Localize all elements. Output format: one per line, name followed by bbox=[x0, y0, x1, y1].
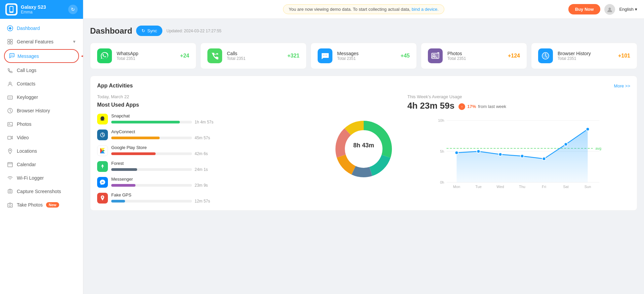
sidebar-item-calendar[interactable]: Calendar bbox=[0, 158, 83, 171]
svg-rect-19 bbox=[8, 136, 11, 139]
fakegps-duration: 12m 57s bbox=[195, 199, 210, 204]
browser-stat-name: Browser History bbox=[558, 51, 613, 56]
sidebar-nav: Dashboard General Features ▼ bbox=[0, 19, 83, 294]
stat-card-browser[interactable]: Browser History Total 2351 +101 bbox=[531, 43, 637, 69]
messenger-details: Messenger 23m 9s bbox=[111, 177, 320, 188]
anyconnect-details: AnyConnect 45m 57s bbox=[111, 129, 320, 140]
svg-text:avg: avg bbox=[596, 146, 602, 150]
topbar-right: Buy Now English ▾ bbox=[568, 4, 637, 15]
weekly-change-pct: 17% bbox=[467, 104, 476, 109]
weekly-header: This Week's Average Usage 4h 23m 59s ↑ 1… bbox=[407, 94, 630, 112]
svg-point-55 bbox=[564, 143, 568, 146]
playstore-duration: 42m 6s bbox=[195, 151, 208, 156]
sidebar-item-messages[interactable]: Messages bbox=[4, 49, 79, 63]
device-name: Galaxy S23 bbox=[21, 4, 65, 10]
most-used-title: Most Used Apps bbox=[97, 102, 320, 108]
whatsapp-stat-change: +24 bbox=[180, 53, 189, 59]
sidebar-item-keylogger[interactable]: Keylogger bbox=[0, 90, 83, 104]
dashboard-header: Dashboard ↻ Sync Updated: 2024-03-22 17:… bbox=[90, 26, 637, 36]
whatsapp-stat-total: Total 2351 bbox=[117, 56, 175, 61]
dashboard-content: Dashboard ↻ Sync Updated: 2024-03-22 17:… bbox=[83, 19, 644, 294]
weekly-label: This Week's Average Usage bbox=[407, 94, 630, 99]
sidebar-header: Galaxy S23 Emma ↻ bbox=[0, 0, 83, 19]
language-selector[interactable]: English ▾ bbox=[619, 7, 637, 12]
activities-date: Today, March 22 bbox=[97, 94, 320, 99]
svg-rect-21 bbox=[8, 162, 12, 167]
messages-arrow-annotation bbox=[80, 52, 83, 60]
notice-text: You are now viewing demo data. To start … bbox=[289, 7, 410, 12]
general-features-arrow: ▼ bbox=[72, 39, 76, 44]
snapchat-details: Snapchat 1h 4m 57s bbox=[111, 113, 320, 124]
locations-icon bbox=[7, 148, 13, 154]
svg-rect-22 bbox=[8, 190, 12, 193]
photos-icon bbox=[7, 121, 13, 127]
messenger-name: Messenger bbox=[111, 177, 320, 182]
whatsapp-icon bbox=[97, 48, 112, 63]
messages-stat-icon bbox=[318, 48, 332, 63]
take-photos-new-badge: New bbox=[46, 202, 59, 208]
svg-text:5h: 5h bbox=[440, 149, 444, 153]
sidebar-item-wifi-logger[interactable]: Wi-Fi Logger bbox=[0, 171, 83, 185]
browser-history-label: Browser History bbox=[17, 108, 50, 113]
fakegps-bar bbox=[111, 200, 125, 203]
messages-stat-info: Messages Total 2351 bbox=[337, 51, 396, 61]
bind-device-link[interactable]: bind a device. bbox=[412, 7, 439, 12]
list-item: Fake GPS 12m 57s bbox=[97, 192, 320, 204]
keylogger-icon bbox=[7, 94, 13, 101]
sidebar-item-browser-history[interactable]: Browser History bbox=[0, 104, 83, 117]
svg-point-32 bbox=[102, 196, 103, 198]
device-avatar bbox=[5, 3, 17, 15]
playstore-bar-container bbox=[111, 152, 192, 155]
sidebar-item-locations[interactable]: Locations bbox=[0, 144, 83, 158]
stat-card-photos[interactable]: Photos Total 2351 +124 bbox=[421, 43, 527, 69]
calls-stat-change: +321 bbox=[287, 53, 299, 59]
svg-rect-8 bbox=[8, 42, 10, 44]
snapchat-icon bbox=[97, 114, 108, 124]
messenger-bar bbox=[111, 184, 135, 187]
buy-now-button[interactable]: Buy Now bbox=[568, 4, 601, 14]
sidebar-item-capture-screenshots[interactable]: Capture Screenshots bbox=[0, 185, 83, 198]
sync-button[interactable]: ↻ Sync bbox=[136, 26, 162, 36]
main-area: You are now viewing demo data. To start … bbox=[83, 0, 644, 294]
more-link[interactable]: More >> bbox=[614, 83, 630, 88]
activities-title: App Activities bbox=[97, 83, 133, 89]
svg-rect-27 bbox=[432, 53, 439, 59]
stat-card-messages[interactable]: Messages Total 2351 +45 bbox=[311, 43, 417, 69]
sidebar-item-photos[interactable]: Photos bbox=[0, 117, 83, 131]
browser-stat-change: +101 bbox=[618, 53, 630, 59]
activities-left: Today, March 22 Most Used Apps Snapcha bbox=[97, 94, 320, 204]
weekly-chart-svg: 10h 5h 0h avg bbox=[407, 116, 630, 190]
sidebar-item-take-photos[interactable]: Take Photos New bbox=[0, 198, 83, 212]
contacts-icon bbox=[7, 80, 13, 87]
svg-point-3 bbox=[11, 12, 12, 12]
browser-stat-icon bbox=[538, 48, 553, 63]
fakegps-icon bbox=[97, 193, 108, 204]
capture-screenshots-icon bbox=[7, 188, 13, 195]
stat-card-whatsapp[interactable]: WhatsApp Total 2351 +24 bbox=[90, 43, 196, 69]
sidebar-item-contacts[interactable]: Contacts bbox=[0, 77, 83, 90]
svg-text:Sat: Sat bbox=[563, 185, 569, 189]
activities-content: Today, March 22 Most Used Apps Snapcha bbox=[97, 94, 630, 204]
forest-bar-container bbox=[111, 168, 192, 171]
donut-svg: 8h 43m bbox=[332, 117, 396, 181]
snapchat-duration: 1h 4m 57s bbox=[195, 120, 213, 124]
user-avatar[interactable] bbox=[604, 4, 615, 15]
sidebar-item-video[interactable]: Video bbox=[0, 131, 83, 144]
general-features-label: General Features bbox=[17, 39, 53, 44]
photos-stat-total: Total 2351 bbox=[447, 56, 503, 61]
sidebar-item-call-logs[interactable]: Call Logs bbox=[0, 64, 83, 77]
sidebar-item-general-features[interactable]: General Features ▼ bbox=[0, 35, 83, 48]
sidebar-item-dashboard[interactable]: Dashboard bbox=[0, 22, 83, 35]
sync-icon: ↻ bbox=[142, 28, 145, 33]
whatsapp-stat-info: WhatsApp Total 2351 bbox=[117, 51, 175, 61]
sidebar-sync-icon[interactable]: ↻ bbox=[68, 5, 78, 14]
snapchat-bar bbox=[111, 121, 180, 123]
list-item: Google Play Store 42m 6s bbox=[97, 145, 320, 156]
stat-card-calls[interactable]: Calls Total 2351 +321 bbox=[200, 43, 307, 69]
call-logs-label: Call Logs bbox=[17, 68, 36, 73]
list-item: AnyConnect 45m 57s bbox=[97, 129, 320, 140]
fakegps-name: Fake GPS bbox=[111, 192, 320, 197]
calendar-icon bbox=[7, 161, 13, 168]
svg-text:8h 43m: 8h 43m bbox=[353, 142, 374, 149]
wifi-logger-icon bbox=[7, 175, 13, 181]
